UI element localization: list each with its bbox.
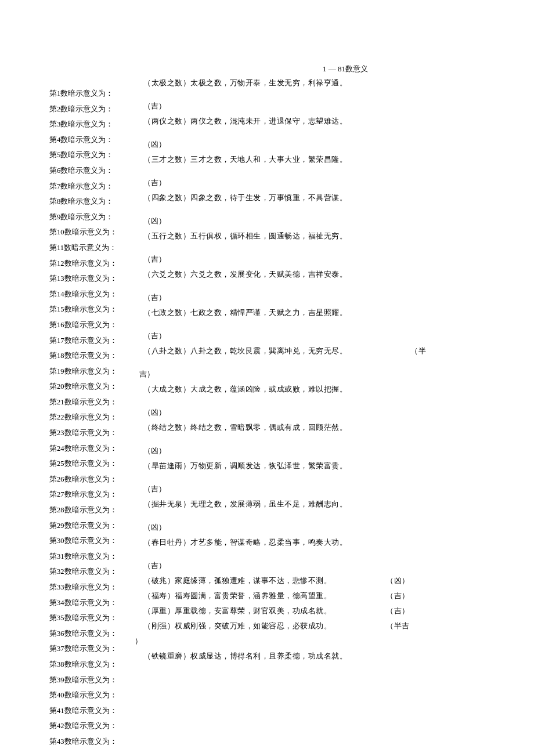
number-label-1: 第1数暗示意义为： [49,86,117,102]
number-label-28: 第28数暗示意义为： [49,502,117,518]
number-label-31: 第31数暗示意义为： [49,549,117,565]
number-label-11: 第11数暗示意义为： [49,240,117,256]
number-label-39: 第39数暗示意义为： [49,672,117,688]
rating-9: （凶） [143,397,422,420]
meaning-text-6: （六爻之数）六爻之数，发展变化，天赋美德，吉祥安泰。 [143,267,422,282]
number-label-17: 第17数暗示意义为： [49,333,117,349]
number-label-37: 第37数暗示意义为： [49,641,117,657]
number-label-5: 第5数暗示意义为： [49,147,117,163]
inline-rating-17: （半吉 [386,618,410,634]
number-label-13: 第13数暗示意义为： [49,271,117,287]
number-label-43: 第43数暗示意义为： [49,734,117,750]
number-label-29: 第29数暗示意义为： [49,518,117,534]
inline-rating-14: （凶） [386,573,410,588]
number-label-32: 第32数暗示意义为： [49,564,117,580]
number-label-7: 第7数暗示意义为： [49,179,117,194]
number-label-16: 第16数暗示意义为： [49,317,117,333]
meaning-text-7: （七政之数）七政之数，精悍严谨，天赋之力，吉星照耀。 [143,305,422,320]
meaning-text-1: （太极之数）太极之数，万物开泰，生发无穷，利禄亨通。 [143,75,422,91]
meaning-text-10: （终结之数）终结之数，雪暗飘零，偶或有成，回顾茫然。 [143,420,422,435]
number-label-40: 第40数暗示意义为： [49,688,117,703]
number-label-23: 第23数暗示意义为： [49,425,117,441]
number-label-34: 第34数暗示意义为： [49,595,117,611]
number-label-9: 第9数暗示意义为： [49,209,117,225]
meaning-text-11: （旱苗逢雨）万物更新，调顺发达，恢弘泽世，繁荣富贵。 [143,458,422,473]
number-label-18: 第18数暗示意义为： [49,348,117,364]
number-label-41: 第41数暗示意义为： [49,703,117,719]
number-label-10: 第10数暗示意义为： [49,225,117,240]
left-column: 第1数暗示意义为：第2数暗示意义为：第3数暗示意义为：第4数暗示意义为：第5数暗… [49,86,117,750]
rating-12: （凶） [143,512,422,535]
inline-rating-15: （吉） [386,588,410,603]
number-label-21: 第21数暗示意义为： [49,395,117,410]
inline-meaning-16: （厚重）厚重载德，安富尊荣，财官双美，功成名就。（吉） [143,603,422,618]
number-label-30: 第30数暗示意义为： [49,533,117,549]
meaning-text-12: （掘井无泉）无理之数，发展薄弱，虽生不足，难酬志向。 [143,497,422,512]
rating-8: 吉） [139,359,422,382]
number-label-33: 第33数暗示意义为： [49,580,117,595]
inline-meaning-15: （福寿）福寿圆满，富贵荣誉，涵养雅量，德高望重。（吉） [143,588,422,603]
meaning-text-8: （八卦之数）八卦之数，乾坎艮震，巽离坤兑，无穷无尽。（半 [143,343,422,359]
number-label-4: 第4数暗示意义为： [49,132,117,148]
number-label-26: 第26数暗示意义为： [49,472,117,487]
number-label-38: 第38数暗示意义为： [49,657,117,672]
number-label-15: 第15数暗示意义为： [49,302,117,317]
number-label-19: 第19数暗示意义为： [49,364,117,379]
right-column: （太极之数）太极之数，万物开泰，生发无穷，利禄亨通。（吉）（两仪之数）两仪之数，… [143,75,422,664]
number-label-12: 第12数暗示意义为： [49,256,117,272]
rating-7: （吉） [143,320,422,343]
number-label-25: 第25数暗示意义为： [49,456,117,472]
number-label-6: 第6数暗示意义为： [49,163,117,179]
meaning-text-9: （大成之数）大成之数，蕴涵凶险，或成或败，难以把握。 [143,382,422,397]
inline-meaning-18: （铁镜重磨）权威显达，博得名利，且养柔德，功成名就。 [143,649,422,664]
meaning-text-5: （五行之数）五行俱权，循环相生，圆通畅达，福祉无穷。 [143,229,422,244]
meaning-text-4: （四象之数）四象之数，待于生发，万事慎重，不具营谋。 [143,190,422,205]
page-title: 1 — 81数意义 [49,64,485,74]
inline-meaning-17: （刚强）权威刚强，突破万难，如能容忍，必获成功。（半吉 [143,618,422,634]
rating-13: （吉） [143,550,422,573]
rating-5: （吉） [143,244,422,267]
rating-3: （吉） [143,167,422,190]
inline-rating-16: （吉） [386,603,410,618]
number-label-27: 第27数暗示意义为： [49,487,117,502]
number-label-36: 第36数暗示意义为： [49,626,117,642]
number-label-2: 第2数暗示意义为： [49,102,117,117]
rating-1: （吉） [143,91,422,114]
rating-6: （吉） [143,282,422,305]
meaning-text-13: （春日牡丹）才艺多能，智谋奇略，忍柔当事，鸣奏大功。 [143,535,422,550]
rating-10: （凶） [143,435,422,458]
number-label-3: 第3数暗示意义为： [49,117,117,132]
number-label-24: 第24数暗示意义为： [49,441,117,457]
rating-2: （凶） [143,129,422,152]
number-label-42: 第42数暗示意义为： [49,718,117,734]
rating-4: （凶） [143,205,422,229]
number-label-8: 第8数暗示意义为： [49,194,117,209]
number-label-20: 第20数暗示意义为： [49,379,117,395]
meaning-text-3: （三才之数）三才之数，天地人和，大事大业，繁荣昌隆。 [143,152,422,167]
number-label-22: 第22数暗示意义为： [49,410,117,425]
number-label-14: 第14数暗示意义为： [49,287,117,302]
rating-11: （吉） [143,473,422,497]
meaning-text-2: （两仪之数）两仪之数，混沌未开，进退保守，志望难达。 [143,114,422,129]
number-label-35: 第35数暗示意义为： [49,610,117,626]
inline-meaning-14: （破兆）家庭缘薄，孤独遭难，谋事不达，悲惨不测。（凶） [143,573,422,588]
